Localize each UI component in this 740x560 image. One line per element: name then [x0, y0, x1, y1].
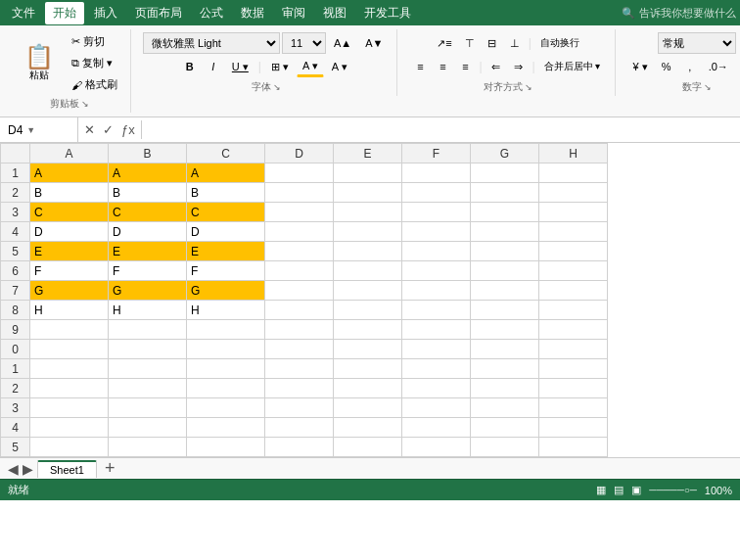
format-painter-button[interactable]: 🖌 格式刷 [67, 74, 122, 95]
table-cell[interactable] [30, 398, 109, 418]
align-top-btn[interactable]: ⊤ [459, 32, 481, 54]
table-cell[interactable] [539, 438, 608, 457]
table-cell[interactable] [109, 359, 187, 379]
table-cell[interactable] [539, 301, 608, 320]
search-area[interactable]: 🔍 告诉我你想要做什么 [622, 6, 736, 21]
table-cell[interactable] [187, 418, 265, 438]
row-header[interactable]: 2 [1, 379, 30, 398]
menu-item-view[interactable]: 视图 [315, 2, 354, 24]
font-name-select[interactable]: 微软雅黑 Light [143, 32, 280, 54]
formula-input[interactable] [142, 123, 740, 137]
table-cell[interactable]: D [109, 222, 187, 242]
table-cell[interactable]: A [187, 163, 265, 183]
table-cell[interactable] [539, 261, 608, 281]
table-cell[interactable]: E [109, 242, 187, 261]
table-cell[interactable] [402, 203, 471, 222]
table-cell[interactable]: A [30, 163, 109, 183]
table-cell[interactable] [539, 222, 608, 242]
table-cell[interactable] [471, 222, 539, 242]
table-cell[interactable] [539, 359, 608, 379]
table-cell[interactable] [265, 340, 334, 359]
table-cell[interactable] [402, 379, 471, 398]
row-header[interactable]: 1 [1, 359, 30, 379]
menu-item-insert[interactable]: 插入 [86, 2, 125, 24]
orient-btn[interactable]: ↗≡ [431, 32, 457, 54]
table-cell[interactable]: G [109, 281, 187, 301]
align-right-btn[interactable]: ≡ [454, 56, 476, 77]
table-cell[interactable] [334, 261, 402, 281]
align-middle-btn[interactable]: ⊟ [482, 32, 503, 54]
table-cell[interactable] [265, 203, 334, 222]
table-cell[interactable] [187, 438, 265, 457]
table-cell[interactable] [187, 359, 265, 379]
table-cell[interactable] [334, 163, 402, 183]
table-cell[interactable]: F [109, 261, 187, 281]
table-cell[interactable]: G [30, 281, 109, 301]
indent-decrease-btn[interactable]: ⇐ [486, 56, 507, 77]
table-cell[interactable] [265, 359, 334, 379]
table-cell[interactable]: H [109, 301, 187, 320]
table-cell[interactable] [539, 320, 608, 340]
table-cell[interactable] [109, 340, 187, 359]
font-color-button[interactable]: A ▾ [326, 56, 353, 77]
paste-button[interactable]: 📋 粘贴 [16, 31, 63, 95]
align-left-btn[interactable]: ≡ [409, 56, 431, 77]
table-cell[interactable] [265, 281, 334, 301]
table-cell[interactable] [265, 418, 334, 438]
col-header-g[interactable]: G [471, 144, 539, 163]
table-cell[interactable] [109, 320, 187, 340]
table-cell[interactable] [30, 438, 109, 457]
cut-button[interactable]: ✂ 剪切 [67, 31, 122, 52]
table-cell[interactable] [539, 242, 608, 261]
table-cell[interactable] [539, 379, 608, 398]
table-cell[interactable]: H [187, 301, 265, 320]
table-cell[interactable] [402, 242, 471, 261]
zoom-slider[interactable]: ─────○─ [649, 485, 697, 495]
table-cell[interactable] [265, 379, 334, 398]
table-cell[interactable] [402, 261, 471, 281]
menu-item-file[interactable]: 文件 [4, 2, 43, 24]
table-cell[interactable] [109, 438, 187, 457]
table-cell[interactable] [109, 418, 187, 438]
row-header[interactable]: 5 [1, 438, 30, 457]
menu-item-formula[interactable]: 公式 [192, 2, 231, 24]
col-header-f[interactable]: F [402, 144, 471, 163]
fill-color-button[interactable]: A ▾ [297, 56, 324, 77]
table-cell[interactable] [265, 320, 334, 340]
table-cell[interactable]: D [187, 222, 265, 242]
table-cell[interactable] [402, 163, 471, 183]
bold-button[interactable]: B [179, 56, 201, 77]
table-cell[interactable]: B [109, 183, 187, 203]
insert-function-icon[interactable]: ƒx [119, 120, 137, 139]
table-cell[interactable] [334, 379, 402, 398]
table-cell[interactable] [471, 163, 539, 183]
table-cell[interactable] [334, 340, 402, 359]
row-header[interactable]: 8 [1, 301, 30, 320]
table-cell[interactable] [402, 320, 471, 340]
table-cell[interactable] [334, 438, 402, 457]
table-cell[interactable]: D [30, 222, 109, 242]
clipboard-expand-icon[interactable]: ↘ [81, 99, 89, 109]
table-cell[interactable]: F [30, 261, 109, 281]
table-cell[interactable] [265, 242, 334, 261]
number-format-select[interactable]: 常规 [658, 32, 736, 54]
table-cell[interactable] [471, 183, 539, 203]
row-header[interactable]: 2 [1, 183, 30, 203]
table-cell[interactable] [471, 359, 539, 379]
menu-item-home[interactable]: 开始 [45, 2, 84, 24]
view-layout-icon[interactable]: ▤ [614, 484, 624, 496]
col-header-b[interactable]: B [109, 144, 187, 163]
comma-btn[interactable]: , [679, 56, 701, 77]
table-cell[interactable]: E [30, 242, 109, 261]
table-cell[interactable] [471, 301, 539, 320]
row-header[interactable]: 0 [1, 340, 30, 359]
table-cell[interactable] [334, 183, 402, 203]
indent-increase-btn[interactable]: ⇒ [508, 56, 530, 77]
cancel-formula-icon[interactable]: ✕ [82, 120, 97, 139]
table-cell[interactable]: G [187, 281, 265, 301]
table-cell[interactable] [187, 398, 265, 418]
table-cell[interactable] [265, 163, 334, 183]
underline-button[interactable]: U ▾ [226, 56, 254, 77]
table-cell[interactable] [30, 359, 109, 379]
col-header-a[interactable]: A [30, 144, 109, 163]
